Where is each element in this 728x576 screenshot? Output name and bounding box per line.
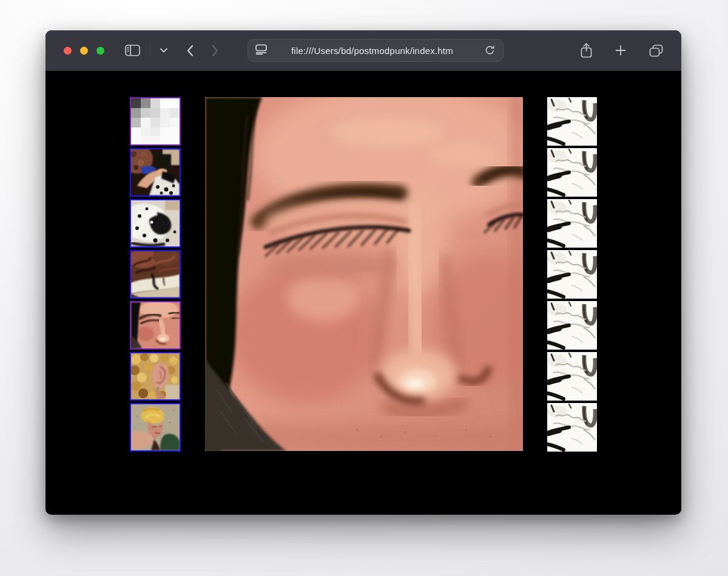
tab-overview-button[interactable] [647, 42, 666, 59]
thumbnail-image-face [131, 302, 180, 348]
sidebar-toggle-button[interactable] [123, 42, 143, 59]
thumbnail-link-6[interactable] [130, 352, 181, 401]
sidebar-toggle-icon [125, 44, 140, 56]
chevron-down-icon [160, 48, 167, 53]
safari-window: file:///Users/bd/postmodpunk/index.htm [46, 30, 681, 515]
thumbnail-image-resting-person [131, 404, 180, 450]
thumbnail-image-pixelated [131, 98, 180, 144]
chevron-left-icon [187, 45, 194, 56]
sketch-tile [547, 250, 597, 299]
thumbnail-link-1[interactable] [130, 97, 181, 146]
share-icon [581, 43, 592, 58]
page-settings-icon [255, 44, 267, 57]
share-button[interactable] [578, 41, 595, 60]
new-tab-button[interactable] [613, 42, 629, 58]
back-button[interactable] [184, 42, 196, 59]
address-bar[interactable]: file:///Users/bd/postmodpunk/index.htm [248, 39, 504, 62]
thumbnail-link-2[interactable] [130, 148, 181, 197]
zoom-window-button[interactable] [96, 47, 104, 55]
plus-icon [615, 45, 626, 56]
webpage-content [46, 71, 681, 514]
chevron-right-icon [212, 45, 218, 56]
window-controls [64, 47, 104, 55]
thumbnail-column [130, 97, 181, 452]
url-text: file:///Users/bd/postmodpunk/index.htm [291, 46, 479, 56]
sketch-tile [547, 148, 597, 197]
toolbar-divider [150, 44, 150, 56]
thumbnail-image-ear-curls [131, 353, 180, 399]
minimize-window-button[interactable] [80, 47, 88, 55]
main-image [205, 97, 523, 451]
sketch-tile [547, 352, 597, 401]
reload-icon [485, 46, 494, 55]
thumbnail-image-hair-headband [131, 251, 180, 297]
thumbnail-link-7[interactable] [130, 403, 181, 452]
forward-button[interactable] [209, 42, 221, 59]
thumbnail-link-4[interactable] [130, 250, 181, 299]
main-image-face [205, 97, 523, 451]
thumbnail-image-bw-fabric [131, 200, 180, 246]
sketch-tile [547, 97, 597, 146]
sidebar-chevron-button[interactable] [158, 46, 170, 55]
sketch-strip [547, 97, 597, 452]
sketch-tile [547, 403, 597, 452]
browser-toolbar: file:///Users/bd/postmodpunk/index.htm [46, 30, 681, 71]
thumbnail-link-5[interactable] [130, 301, 181, 350]
sketch-tile [547, 199, 597, 248]
reload-button[interactable] [483, 43, 497, 58]
tab-overview-icon [649, 44, 663, 57]
close-window-button[interactable] [64, 47, 72, 55]
thumbnail-link-3[interactable] [130, 199, 181, 248]
thumbnail-image-reaching-hand [131, 149, 180, 195]
sketch-tile [547, 301, 597, 350]
